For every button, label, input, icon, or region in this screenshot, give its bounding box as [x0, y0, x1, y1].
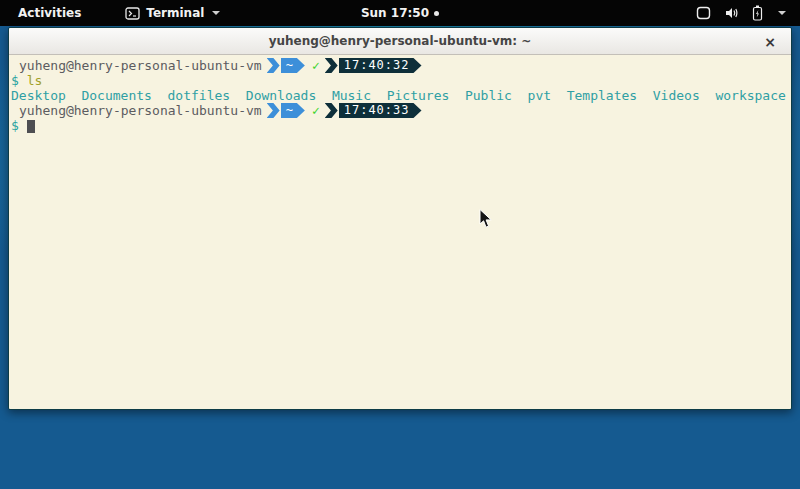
- terminal-window: yuheng@henry-personal-ubuntu-vm: ~ × yuh…: [8, 27, 792, 410]
- app-menu[interactable]: Terminal: [125, 6, 220, 20]
- status-check-icon: ✓: [312, 58, 320, 73]
- top-bar: Activities Terminal Sun 17:50: [0, 0, 800, 26]
- ls-output: Desktop Documents dotfiles Downloads Mus…: [11, 88, 789, 103]
- close-icon[interactable]: ×: [759, 28, 781, 55]
- app-menu-label: Terminal: [146, 6, 204, 20]
- powerline-separator-icon: [267, 103, 280, 118]
- notification-dot-icon: [434, 11, 439, 16]
- powerline-separator-icon: [325, 103, 338, 118]
- prompt-time-badge: 17:40:32: [339, 58, 422, 73]
- prompt-line: yuheng@henry-personal-ubuntu-vm ~ ✓ 17:4…: [11, 103, 789, 118]
- prompt-sign: $: [11, 73, 19, 88]
- window-titlebar[interactable]: yuheng@henry-personal-ubuntu-vm: ~ ×: [9, 28, 791, 55]
- powerline-separator-icon: [325, 58, 338, 73]
- prompt-path-segment: ~: [281, 58, 305, 73]
- powerline-separator-icon: [267, 58, 280, 73]
- command-line: $ ls: [11, 73, 789, 88]
- prompt-user-host: yuheng@henry-personal-ubuntu-vm: [19, 58, 262, 73]
- typed-command: ls: [27, 73, 43, 88]
- battery-charging-icon: [752, 5, 763, 21]
- terminal-content[interactable]: yuheng@henry-personal-ubuntu-vm ~ ✓ 17:4…: [9, 55, 791, 409]
- prompt-sign: $: [11, 118, 19, 133]
- status-check-icon: ✓: [312, 103, 320, 118]
- window-title: yuheng@henry-personal-ubuntu-vm: ~: [269, 34, 532, 48]
- chevron-down-icon: [212, 11, 220, 15]
- prompt-time-badge: 17:40:33: [339, 103, 422, 118]
- prompt-path-segment: ~: [281, 103, 305, 118]
- prompt-line: yuheng@henry-personal-ubuntu-vm ~ ✓ 17:4…: [11, 58, 789, 73]
- chevron-down-icon: [778, 11, 786, 15]
- system-status-area[interactable]: [696, 5, 800, 21]
- input-line[interactable]: $: [11, 118, 789, 133]
- volume-icon: [724, 6, 739, 20]
- prompt-user-host: yuheng@henry-personal-ubuntu-vm: [19, 103, 262, 118]
- screen-icon: [696, 6, 711, 20]
- terminal-cursor: [27, 120, 35, 133]
- activities-button[interactable]: Activities: [12, 6, 87, 20]
- terminal-app-icon: [125, 7, 140, 20]
- clock[interactable]: Sun 17:50: [361, 6, 429, 20]
- top-bar-left: Activities Terminal: [0, 6, 220, 20]
